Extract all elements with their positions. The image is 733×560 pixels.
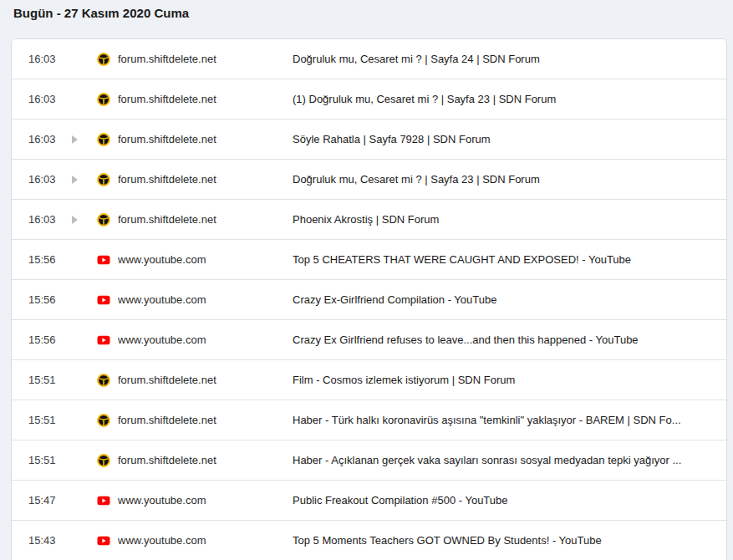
site-domain: forum.shiftdelete.net: [118, 213, 293, 226]
history-row[interactable]: 16:03 forum.shiftdelete.net Doğruluk mu,…: [12, 39, 726, 79]
page-link-title[interactable]: Crazy Ex-Girlfriend Compilation - YouTub…: [293, 293, 726, 306]
page-link-title[interactable]: Public Freakout Compilation #500 - YouTu…: [293, 494, 726, 507]
youtube-favicon-icon: [97, 253, 110, 267]
site-domain: forum.shiftdelete.net: [118, 53, 293, 65]
youtube-favicon-icon: [97, 494, 110, 507]
page-link-title[interactable]: (1) Doğruluk mu, Cesaret mi ? | Sayfa 23…: [293, 93, 726, 105]
history-row[interactable]: 15:56 www.youtube.com Crazy Ex-Girlfrien…: [12, 280, 726, 320]
history-row[interactable]: 15:51 forum.shiftdelete.net Haber - Türk…: [12, 400, 726, 440]
page-link-title[interactable]: Doğruluk mu, Cesaret mi ? | Sayfa 24 | S…: [293, 53, 726, 65]
expand-arrow-icon[interactable]: [72, 176, 78, 184]
page-link-title[interactable]: Haber - Açıklanan gerçek vaka sayıları s…: [293, 454, 726, 466]
visit-time: 15:56: [28, 333, 72, 346]
page-link-title[interactable]: Söyle Rahatla | Sayfa 7928 | SDN Forum: [293, 133, 726, 145]
youtube-favicon-icon: [97, 534, 110, 547]
visit-time: 16:03: [28, 213, 72, 226]
history-row[interactable]: 16:03 forum.shiftdelete.net Phoenix Akro…: [12, 200, 726, 240]
page-link-title[interactable]: Top 5 Moments Teachers GOT OWNED By Stud…: [293, 534, 726, 547]
visit-time: 15:47: [28, 494, 72, 507]
site-domain: forum.shiftdelete.net: [118, 93, 293, 105]
sdn-forum-favicon-icon: [97, 213, 110, 227]
sdn-forum-favicon-icon: [97, 374, 110, 387]
page-title: Bugün - 27 Kasım 2020 Cuma: [0, 0, 733, 22]
sdn-forum-favicon-icon: [97, 454, 110, 467]
page-link-title[interactable]: Film - Cosmos izlemek istiyorum | SDN Fo…: [293, 374, 726, 386]
visit-time: 16:03: [28, 133, 72, 145]
sdn-forum-favicon-icon: [97, 173, 110, 186]
expand-arrow-icon[interactable]: [72, 135, 78, 144]
site-domain: forum.shiftdelete.net: [118, 454, 293, 466]
sdn-forum-favicon-icon: [97, 93, 110, 106]
page-link-title[interactable]: Haber - Türk halkı koronavirüs aşısına "…: [293, 414, 726, 426]
visit-time: 16:03: [28, 93, 72, 105]
youtube-favicon-icon: [97, 293, 110, 307]
visit-time: 16:03: [28, 173, 72, 186]
sdn-forum-favicon-icon: [97, 133, 110, 146]
site-domain: www.youtube.com: [118, 494, 293, 507]
visit-time: 15:51: [28, 414, 72, 426]
visit-time: 15:51: [28, 454, 72, 466]
history-row[interactable]: 15:51 forum.shiftdelete.net Film - Cosmo…: [12, 360, 726, 400]
history-row[interactable]: 16:03 forum.shiftdelete.net Doğruluk mu,…: [12, 160, 726, 200]
visit-time: 15:51: [28, 374, 72, 386]
history-row[interactable]: 15:56 www.youtube.com Crazy Ex Girlfrien…: [12, 320, 726, 360]
history-row[interactable]: 15:43 www.youtube.com Top 5 Moments Teac…: [12, 521, 726, 560]
expand-arrow-wrap[interactable]: [72, 176, 84, 184]
page-link-title[interactable]: Crazy Ex Girlfriend refuses to leave...a…: [293, 333, 726, 346]
site-domain: www.youtube.com: [118, 534, 293, 547]
site-domain: forum.shiftdelete.net: [118, 414, 293, 426]
history-row[interactable]: 15:47 www.youtube.com Public Freakout Co…: [12, 481, 726, 521]
youtube-favicon-icon: [97, 333, 110, 347]
page-link-title[interactable]: Top 5 CHEATERS THAT WERE CAUGHT AND EXPO…: [293, 253, 726, 266]
visit-time: 15:56: [28, 253, 72, 266]
sdn-forum-favicon-icon: [97, 414, 110, 427]
page-link-title[interactable]: Doğruluk mu, Cesaret mi ? | Sayfa 23 | S…: [293, 173, 726, 186]
site-domain: www.youtube.com: [118, 253, 293, 266]
history-row[interactable]: 16:03 forum.shiftdelete.net Söyle Rahatl…: [12, 120, 726, 160]
expand-arrow-wrap[interactable]: [72, 135, 84, 144]
history-row[interactable]: 16:03 forum.shiftdelete.net (1) Doğruluk…: [12, 79, 726, 120]
visit-time: 15:43: [28, 534, 72, 547]
site-domain: forum.shiftdelete.net: [118, 374, 293, 386]
visit-time: 15:56: [28, 293, 72, 306]
visit-time: 16:03: [28, 53, 72, 65]
history-row[interactable]: 15:51 forum.shiftdelete.net Haber - Açık…: [12, 440, 726, 481]
expand-arrow-icon[interactable]: [72, 216, 78, 224]
history-row[interactable]: 15:56 www.youtube.com Top 5 CHEATERS THA…: [12, 240, 726, 280]
expand-arrow-wrap[interactable]: [72, 216, 84, 224]
history-list: 16:03 forum.shiftdelete.net Doğruluk mu,…: [11, 38, 727, 560]
site-domain: forum.shiftdelete.net: [118, 173, 293, 186]
site-domain: www.youtube.com: [118, 333, 293, 346]
page-link-title[interactable]: Phoenix Akrostiş | SDN Forum: [293, 213, 726, 226]
site-domain: forum.shiftdelete.net: [118, 133, 293, 145]
sdn-forum-favicon-icon: [97, 53, 110, 66]
site-domain: www.youtube.com: [118, 293, 293, 306]
